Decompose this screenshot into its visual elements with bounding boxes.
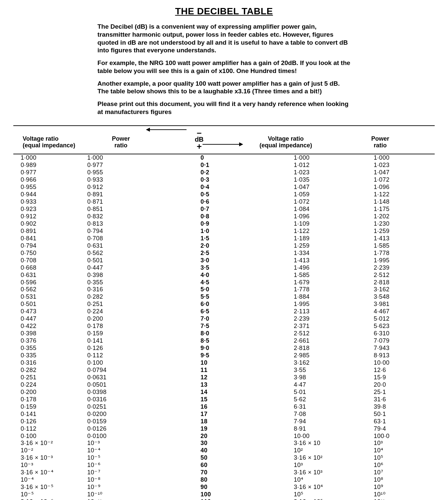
cell-voltage-ratio-left: 0·955 <box>13 184 87 191</box>
cell-db: 16 <box>151 403 294 411</box>
cell-voltage-ratio-right: 1·059 <box>294 191 374 198</box>
cell-power-ratio-right: 63·1 <box>374 418 435 425</box>
cell-power-ratio-right: 4·467 <box>374 308 435 315</box>
cell-power-ratio-left: 0·282 <box>87 293 151 301</box>
cell-power-ratio-right: 100·0 <box>374 433 435 440</box>
cell-power-ratio-left: 0·178 <box>87 323 151 330</box>
table-row: 10⁻⁴10⁻⁸8010⁴10⁸ <box>13 476 435 484</box>
cell-voltage-ratio-left: 0·447 <box>13 315 87 323</box>
cell-power-ratio-right: 1·413 <box>374 235 435 242</box>
table-row: 0·1410·0200177·0850·1 <box>13 411 435 418</box>
cell-power-ratio-right: 1·096 <box>374 184 435 191</box>
table-row: 0·9890·9770·11·0121·023 <box>13 162 435 169</box>
cell-power-ratio-right: 1·000 <box>374 154 435 162</box>
cell-voltage-ratio-right: 1·413 <box>294 257 374 264</box>
cell-db: 1·5 <box>151 235 294 242</box>
table-row: 0·5010·2516·01·9953·981 <box>13 301 435 308</box>
cell-db: 3·0 <box>151 257 294 264</box>
db-plus-sign: + <box>195 143 204 150</box>
table-row: 0·3350·1129·52·9858·913 <box>13 352 435 359</box>
cell-power-ratio-right: 5·623 <box>374 323 435 330</box>
cell-voltage-ratio-right: 4·47 <box>294 381 374 389</box>
table-row: 10⁻⁵10⁻¹⁰10010⁵10¹⁰ <box>13 491 435 498</box>
table-row: 0·4470·2007·02·2395·012 <box>13 315 435 323</box>
table-row: 0·9230·8510·71·0841·175 <box>13 206 435 213</box>
intro-paragraph-1: The Decibel (dB) is a convenient way of … <box>98 23 351 54</box>
cell-voltage-ratio-left: 0·335 <box>13 352 87 359</box>
cell-voltage-ratio-left: 10⁻³ <box>13 462 87 469</box>
cell-db: 6·5 <box>151 308 294 315</box>
cell-power-ratio-left: 0·813 <box>87 220 151 228</box>
cell-power-ratio-left: 0·200 <box>87 315 151 323</box>
cell-voltage-ratio-left: 0·596 <box>13 279 87 286</box>
table-row: 0·3160·100103·16210·00 <box>13 359 435 367</box>
cell-voltage-ratio-left: 0·631 <box>13 272 87 279</box>
cell-voltage-ratio-right: 7·94 <box>294 418 374 425</box>
cell-voltage-ratio-left: 0·112 <box>13 425 87 433</box>
cell-voltage-ratio-right: 2·661 <box>294 337 374 345</box>
cell-db: 0·2 <box>151 169 294 176</box>
cell-voltage-ratio-right: 3·16 × 10⁴ <box>294 484 374 491</box>
cell-db: 18 <box>151 418 294 425</box>
cell-voltage-ratio-right: 1·047 <box>294 184 374 191</box>
cell-power-ratio-right: 25·1 <box>374 389 435 396</box>
cell-voltage-ratio-right: 8·91 <box>294 425 374 433</box>
cell-voltage-ratio-right: 3·16 × 10³ <box>294 469 374 476</box>
cell-power-ratio-left: 0·112 <box>87 352 151 359</box>
cell-voltage-ratio-left: 0·933 <box>13 198 87 206</box>
cell-db: 0·6 <box>151 198 294 206</box>
cell-db: 0·1 <box>151 162 294 169</box>
cell-power-ratio-right: 1·230 <box>374 220 435 228</box>
cell-voltage-ratio-right: 1·995 <box>294 301 374 308</box>
cell-voltage-ratio-right: 1·012 <box>294 162 374 169</box>
cell-db: 3·5 <box>151 264 294 272</box>
cell-power-ratio-left: 0·891 <box>87 191 151 198</box>
cell-db: 4·5 <box>151 279 294 286</box>
cell-power-ratio-left: 0·398 <box>87 272 151 279</box>
table-row: 0·1590·0251166·3139·8 <box>13 403 435 411</box>
table-row: 0·7080·5013·01·4131·995 <box>13 257 435 264</box>
cell-voltage-ratio-right: 1·096 <box>294 213 374 220</box>
cell-power-ratio-left: 0·933 <box>87 176 151 184</box>
cell-voltage-ratio-left: 0·473 <box>13 308 87 315</box>
header-text: ratio <box>114 142 127 149</box>
page-title: THE DECIBEL TABLE <box>13 6 435 17</box>
table-row: 0·4730·2246·52·1134·467 <box>13 308 435 315</box>
table-row: 0·3760·1418·52·6617·079 <box>13 337 435 345</box>
cell-power-ratio-right: 10¹⁰ <box>374 491 435 498</box>
cell-power-ratio-left: 0·100 <box>87 359 151 367</box>
cell-power-ratio-left: 0·501 <box>87 257 151 264</box>
cell-power-ratio-right: 10⁴ <box>374 447 435 454</box>
cell-power-ratio-left: 0·141 <box>87 337 151 345</box>
cell-db: 0·5 <box>151 191 294 198</box>
header-text: Power <box>112 135 130 142</box>
cell-voltage-ratio-right: 1·035 <box>294 176 374 184</box>
cell-voltage-ratio-left: 0·841 <box>13 235 87 242</box>
cell-db: 14 <box>151 389 294 396</box>
cell-voltage-ratio-left: 0·178 <box>13 396 87 403</box>
cell-power-ratio-right: 1·778 <box>374 250 435 257</box>
cell-voltage-ratio-right: 10⁴ <box>294 476 374 484</box>
cell-voltage-ratio-left: 0·966 <box>13 176 87 184</box>
cell-db: 11 <box>151 367 294 374</box>
cell-power-ratio-left: 0·355 <box>87 279 151 286</box>
cell-power-ratio-left: 0·832 <box>87 213 151 220</box>
cell-voltage-ratio-right: 10⁵ <box>294 491 374 498</box>
cell-power-ratio-right: 79·4 <box>374 425 435 433</box>
header-voltage-ratio-right: Voltage ratio (equal impedance) <box>246 127 326 151</box>
cell-voltage-ratio-left: 0·562 <box>13 286 87 293</box>
table-row: 3·16 × 10⁻⁵10⁻⁹903·16 × 10⁴10⁹ <box>13 484 435 491</box>
cell-voltage-ratio-left: 0·355 <box>13 345 87 352</box>
header-power-ratio-left: Power ratio <box>89 127 153 151</box>
cell-power-ratio-right: 10·00 <box>374 359 435 367</box>
cell-power-ratio-right: 3·548 <box>374 293 435 301</box>
table-row: 0·1260·0159187·9463·1 <box>13 418 435 425</box>
cell-db: 7·5 <box>151 323 294 330</box>
cell-db: 2·5 <box>151 250 294 257</box>
cell-power-ratio-left: 10⁻³ <box>87 440 151 447</box>
cell-voltage-ratio-right: 1·072 <box>294 198 374 206</box>
cell-power-ratio-left: 0·0200 <box>87 411 151 418</box>
cell-power-ratio-right: 39·8 <box>374 403 435 411</box>
cell-db: 40 <box>151 447 294 454</box>
cell-voltage-ratio-right: 1·259 <box>294 242 374 250</box>
